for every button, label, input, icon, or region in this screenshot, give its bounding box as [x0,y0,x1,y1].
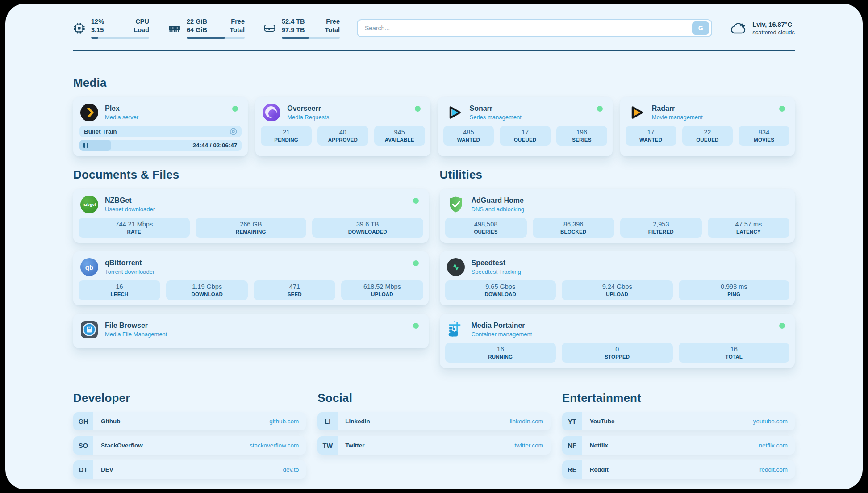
section-title-entertainment: Entertainment [562,391,795,405]
link-twitter[interactable]: TW Twitter twitter.com [317,436,550,455]
bookmark-section-entertainment: Entertainment YT YouTube youtube.com NF … [562,391,795,479]
stat-leech: 16 LEECH [79,280,160,300]
playback-progress-fill [79,140,111,151]
stat-label: PING [680,292,788,297]
stat-value-top: 52.4 TB [282,17,305,26]
card-nzbget[interactable]: nzbget NZBGet Usenet downloader 744.21 M… [73,189,429,243]
media-card-row: Plex Media server Bullet Train 24:44 / 0… [73,97,795,156]
overseerr-icon [263,104,280,121]
stat-downloaded: 39.6 TB DOWNLOADED [312,218,423,238]
stat-label: SERIES [558,137,605,142]
link-netflix[interactable]: NF Netflix netflix.com [562,436,795,455]
stat-value: 9.24 Gbps [563,283,671,290]
stat-label: TOTAL [680,354,788,359]
card-adguard-home[interactable]: AdGuard Home DNS and adblocking 498,508 … [440,189,795,243]
stat-queued: 17 QUEUED [500,126,551,146]
bookmark-section-developer: Developer GH Github github.com SO StackO… [73,391,306,479]
status-dot [415,106,421,112]
stat-label: AVAILABLE [376,137,423,142]
stat-value: 9.65 Gbps [447,283,555,290]
stat-value: 1.19 Gbps [168,283,246,290]
stat-label: DOWNLOAD [168,292,246,297]
bookmark-url: dev.to [283,466,299,473]
stat-value-bottom: 64 GiB [187,26,207,34]
link-github[interactable]: GH Github github.com [73,412,306,430]
service-subtitle: Torrent downloader [105,268,154,275]
cloud-icon [729,21,747,35]
stat-ping: 0.993 ms PING [679,280,790,300]
stat-stopped: 0 STOPPED [562,343,673,363]
service-subtitle: Movie management [652,114,703,121]
search-provider-button[interactable]: G [692,21,709,35]
stat-value: 47.57 ms [709,221,788,228]
stat-label: FILTERED [622,229,700,234]
card-qbittorrent[interactable]: qb qBittorrent Torrent downloader 16 LEE… [73,251,429,305]
stat-value: 834 [740,129,788,136]
link-dev[interactable]: DT DEV dev.to [73,460,306,479]
card-sonarr[interactable]: Sonarr Series management 485 WANTED 17 Q… [438,97,613,156]
service-subtitle: Media server [105,114,138,121]
service-subtitle: Usenet downloader [105,206,155,213]
bookmark-url: stackoverflow.com [250,442,299,449]
stat-label: LATENCY [709,229,788,234]
card-media-portainer[interactable]: Media Portainer Container management 16 … [440,314,795,368]
stat-label-top: Free [230,17,245,26]
system-stat: 52.4 TB97.9 TB FreeTotal [263,17,340,39]
section-title-utilities: Utilities [440,168,795,182]
stat-download: 1.19 Gbps DOWNLOAD [166,280,248,300]
stat-movies: 834 MOVIES [739,126,789,146]
section-title-documents: Documents & Files [73,168,429,182]
stat-label-bottom: Load [134,26,149,34]
stat-blocked: 86,396 BLOCKED [533,218,614,238]
stat-upload: 618.52 Mbps UPLOAD [341,280,423,300]
header-divider [73,50,795,51]
bookmark-name: StackOverflow [101,442,250,449]
stat-queued: 22 QUEUED [682,126,733,146]
section-title-social: Social [317,391,550,405]
stat-value: 498,508 [447,221,525,228]
card-plex[interactable]: Plex Media server Bullet Train 24:44 / 0… [73,97,248,156]
search-input[interactable] [364,24,692,32]
card-speedtest[interactable]: Speedtest Speedtest Tracking 9.65 Gbps D… [440,251,795,305]
media-options-icon[interactable] [230,128,237,135]
bookmark-url: reddit.com [760,466,788,473]
bookmark-badge: SO [73,436,93,455]
card-file-browser[interactable]: File Browser Media File Management [73,314,429,348]
bookmark-badge: DT [73,460,93,479]
bookmark-badge: TW [317,436,338,455]
bookmark-badge: GH [73,412,93,430]
card-radarr[interactable]: Radarr Movie management 17 WANTED 22 QUE… [620,97,795,156]
stat-label: PENDING [263,137,310,142]
system-stats: 12%3.15 CPULoad 22 GiB64 GiB FreeTotal 5… [73,17,340,39]
stat-value-top: 12% [91,17,104,26]
card-overseerr[interactable]: Overseerr Media Requests 21 PENDING 40 A… [255,97,430,156]
stat-seed: 471 SEED [254,280,335,300]
service-subtitle: Media File Management [105,331,167,338]
service-subtitle: Container management [472,331,532,338]
status-dot [413,323,419,329]
weather-text: Lviv, 16.87°C scattered clouds [752,21,795,36]
stat-filtered: 2,953 FILTERED [620,218,702,238]
link-youtube[interactable]: YT YouTube youtube.com [562,412,795,430]
stat-label: REMAINING [197,229,305,234]
link-stackoverflow[interactable]: SO StackOverflow stackoverflow.com [73,436,306,455]
bookmark-url: netflix.com [759,442,788,449]
bookmark-name: DEV [101,466,283,473]
now-playing-widget: Bullet Train 24:44 / 02:06:47 [79,126,242,151]
ram-icon [168,23,181,34]
link-reddit[interactable]: RE Reddit reddit.com [562,460,795,479]
stat-value: 16 [680,346,788,353]
stat-label: DOWNLOADED [314,229,421,234]
stat-value: 2,953 [622,221,700,228]
bookmark-url: twitter.com [514,442,543,449]
stat-value-top: 22 GiB [187,17,207,26]
status-dot [597,106,603,112]
stat-value: 39.6 TB [314,221,421,228]
stat-wanted: 17 WANTED [626,126,676,146]
stat-download: 9.65 Gbps DOWNLOAD [445,280,556,300]
stat-series: 196 SERIES [556,126,607,146]
bookmark-url: github.com [269,418,299,425]
link-linkedin[interactable]: LI LinkedIn linkedin.com [317,412,550,430]
stat-label: BLOCKED [534,229,613,234]
stat-label: DOWNLOAD [447,292,555,297]
